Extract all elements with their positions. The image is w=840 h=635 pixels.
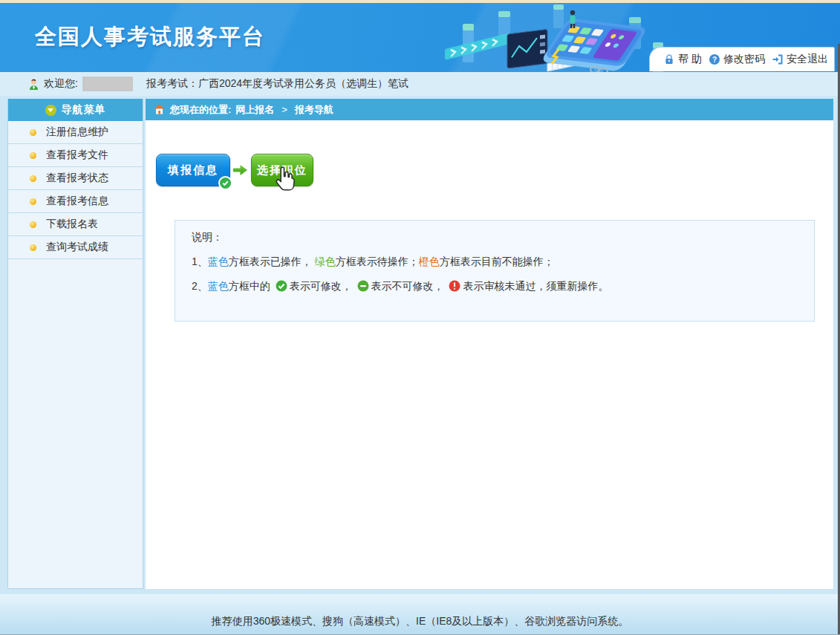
help-label: 帮 助 (678, 53, 702, 66)
app-header: 全国人事考试服务平台 (0, 3, 840, 72)
change-password-link[interactable]: ? 修改密码 (709, 53, 765, 66)
sidebar-menu: 注册信息维护 查看报考文件 查看报考状态 查看报考信息 下载报名表 查询考试成绩 (8, 121, 143, 259)
sidebar-item-download-form[interactable]: 下载报名表 (8, 213, 143, 236)
page-footer: 推荐使用360极速模式、搜狗（高速模式）、IE（IE8及以上版本）、谷歌浏览器访… (0, 594, 840, 635)
check-circle-icon (276, 280, 287, 292)
logout-link[interactable]: 安全退出 (772, 53, 828, 66)
sidebar-item-label: 查询考试成绩 (46, 241, 108, 254)
notice-box: 说明： 1、蓝色方框表示已操作， 绿色方框表示待操作；橙色方框表示目前不能操作；… (175, 220, 815, 322)
breadcrumb-prefix: 您现在的位置: (170, 103, 231, 117)
bullet-icon (30, 152, 36, 159)
notice-heading: 说明： (192, 229, 814, 244)
sidebar: 导航菜单 注册信息维护 查看报考文件 查看报考状态 查看报考信息 下载报名表 (7, 99, 143, 589)
welcome-bar: 欢迎您: 报考考试：广西2024年度考试录用公务员（选调生）笔试 (0, 72, 840, 96)
question-icon: ? (709, 53, 720, 65)
lock-icon (663, 53, 675, 65)
check-badge-icon (218, 176, 232, 190)
fill-info-button[interactable]: 填报信息 (156, 154, 230, 186)
breadcrumb: 您现在的位置: 网上报名 > 报考导航 (146, 99, 833, 120)
home-icon (154, 104, 166, 116)
sidebar-item-label: 查看报考状态 (46, 172, 108, 185)
page-container: 全国人事考试服务平台 (0, 0, 840, 635)
select-position-label: 选择职位 (257, 163, 307, 178)
app-title: 全国人事考试服务平台 (35, 22, 265, 52)
sidebar-item-exam-documents[interactable]: 查看报考文件 (8, 144, 143, 167)
help-link[interactable]: 帮 助 (663, 53, 702, 66)
exam-label: 报考考试：广西2024年度考试录用公务员（选调生）笔试 (146, 77, 408, 91)
svg-text:?: ? (712, 56, 717, 64)
bullet-icon (30, 244, 36, 251)
bullet-icon (30, 198, 36, 205)
sidebar-item-application-info[interactable]: 查看报考信息 (8, 190, 143, 213)
sidebar-title: 导航菜单 (62, 103, 106, 117)
footer-text: 推荐使用360极速模式、搜狗（高速模式）、IE（IE8及以上版本）、谷歌浏览器访… (212, 615, 629, 628)
notice-line-2: 2、蓝色方框中的 表示可修改， 表示不可修改， 表示审核未通过，须重新操作。 (192, 279, 814, 293)
sidebar-item-application-status[interactable]: 查看报考状态 (8, 167, 143, 190)
logout-icon (772, 53, 784, 65)
content-body: 填报信息 (146, 120, 833, 589)
sidebar-item-label: 查看报考信息 (46, 195, 108, 208)
notice-line-1: 1、蓝色方框表示已操作， 绿色方框表示待操作；橙色方框表示目前不能操作； (192, 254, 814, 269)
select-position-button[interactable]: 选择职位 (251, 154, 313, 186)
sidebar-item-label: 注册信息维护 (46, 126, 108, 139)
arrow-right-icon (232, 163, 249, 177)
bullet-icon (30, 175, 36, 182)
header-illustration (442, 4, 672, 72)
main-content: 您现在的位置: 网上报名 > 报考导航 填报信息 (146, 99, 833, 589)
sidebar-header[interactable]: 导航菜单 (8, 99, 143, 121)
fill-info-label: 填报信息 (168, 163, 218, 178)
breadcrumb-section[interactable]: 网上报名 (235, 103, 274, 117)
sidebar-item-register-info[interactable]: 注册信息维护 (8, 121, 143, 144)
sidebar-item-exam-results[interactable]: 查询考试成绩 (8, 236, 143, 259)
bullet-icon (30, 221, 36, 228)
application-flow: 填报信息 (156, 154, 313, 186)
user-name-redacted (82, 76, 133, 91)
user-avatar-icon (27, 78, 40, 91)
chevron-down-icon (45, 105, 56, 116)
sidebar-item-label: 查看报考文件 (46, 149, 108, 162)
breadcrumb-separator: > (281, 104, 287, 115)
header-links: 帮 助 ? 修改密码 安 (649, 47, 835, 71)
welcome-label: 欢迎您: (44, 77, 78, 91)
sidebar-item-label: 下载报名表 (46, 218, 98, 231)
logout-label: 安全退出 (787, 53, 828, 66)
bullet-icon (30, 129, 36, 136)
change-password-label: 修改密码 (723, 53, 765, 66)
breadcrumb-current[interactable]: 报考导航 (295, 103, 333, 117)
minus-circle-icon (357, 280, 369, 292)
alert-circle-icon (449, 280, 460, 292)
